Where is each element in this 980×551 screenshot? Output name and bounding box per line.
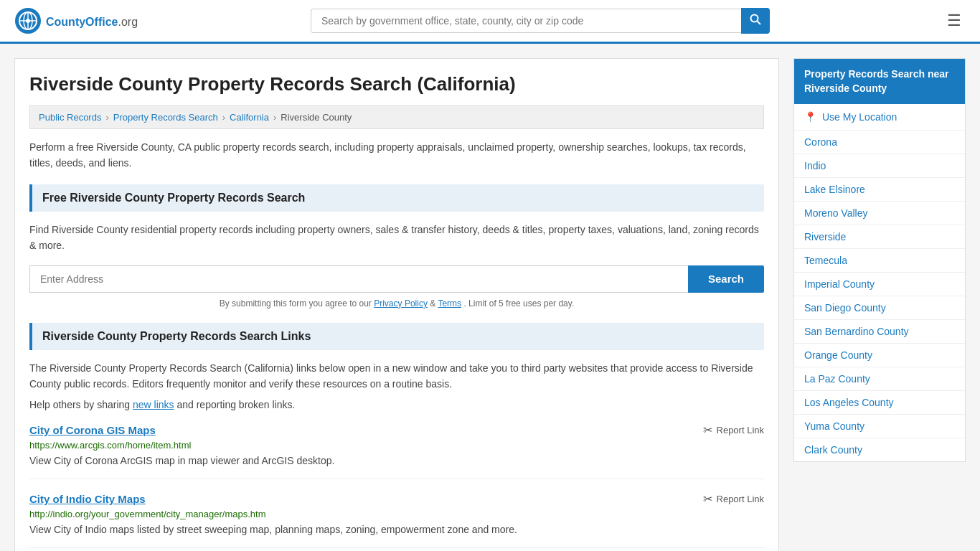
svg-point-5 [26,19,30,23]
report-link-button-0[interactable]: ✂ Report Link [703,423,764,437]
sidebar-box: Property Records Search near Riverside C… [793,58,966,462]
header: CountyOffice.org ☰ [0,0,980,44]
sidebar-link-yuma-county[interactable]: Yuma County [794,415,965,438]
breadcrumb-public-records[interactable]: Public Records [39,112,101,123]
sidebar-link-clark-county[interactable]: Clark County [794,438,965,461]
page-description: Perform a free Riverside County, CA publ… [29,139,764,171]
address-search-row: Search [29,265,764,293]
logo-icon [14,7,42,34]
page-title: Riverside County Property Records Search… [29,73,764,95]
svg-line-7 [758,22,761,25]
main-content: Riverside County Property Records Search… [14,58,779,551]
logo-area: CountyOffice.org [14,7,138,34]
address-search-button[interactable]: Search [688,265,764,293]
sidebar-link-temecula[interactable]: Temecula [794,249,965,273]
logo-text: CountyOffice.org [46,13,138,29]
link-item-corona-gis: City of Corona GIS Maps ✂ Report Link ht… [29,423,764,479]
breadcrumb-california[interactable]: California [230,112,269,123]
main-container: Riverside County Property Records Search… [0,44,980,551]
link-title-corona-gis[interactable]: City of Corona GIS Maps [29,424,156,436]
report-icon-1: ✂ [703,492,712,506]
free-search-section-header: Free Riverside County Property Records S… [29,184,764,212]
breadcrumb: Public Records › Property Records Search… [29,105,764,129]
sidebar-link-indio[interactable]: Indio [794,154,965,178]
share-line: Help others by sharing new links and rep… [29,399,764,410]
link-desc-0: View City of Corona ArcGIS map in map vi… [29,453,764,468]
sidebar-link-imperial-county[interactable]: Imperial County [794,273,965,296]
breadcrumb-property-records-search[interactable]: Property Records Search [113,112,218,123]
link-url-1: http://indio.org/your_government/city_ma… [29,509,764,519]
hamburger-menu-button[interactable]: ☰ [943,7,966,34]
privacy-policy-link[interactable]: Privacy Policy [374,298,428,309]
sidebar-link-corona[interactable]: Corona [794,131,965,154]
sidebar-link-san-bernardino-county[interactable]: San Bernardino County [794,320,965,344]
new-links-link[interactable]: new links [133,399,174,410]
sidebar-link-orange-county[interactable]: Orange County [794,344,965,367]
report-icon-0: ✂ [703,423,712,437]
sidebar-link-lake-elsinore[interactable]: Lake Elsinore [794,178,965,202]
header-search-bar [311,8,770,34]
terms-link[interactable]: Terms [438,298,461,309]
report-link-button-1[interactable]: ✂ Report Link [703,492,764,506]
links-section-header: Riverside County Property Records Search… [29,323,764,350]
location-pin-icon: 📍 [804,111,816,123]
sidebar: Property Records Search near Riverside C… [793,58,966,551]
link-desc-1: View City of Indio maps listed by street… [29,522,764,537]
sidebar-link-la-paz-county[interactable]: La Paz County [794,367,965,391]
form-disclaimer: By submitting this form you agree to our… [29,298,764,309]
header-search-button[interactable] [741,8,770,34]
find-description: Find Riverside County residential proper… [29,222,764,254]
sidebar-title: Property Records Search near Riverside C… [794,59,965,104]
sidebar-link-moreno-valley[interactable]: Moreno Valley [794,202,965,225]
header-search-input[interactable] [311,9,741,33]
sidebar-link-los-angeles-county[interactable]: Los Angeles County [794,391,965,415]
svg-point-6 [751,15,758,22]
links-description: The Riverside County Property Records Se… [29,360,764,392]
link-url-0: https://www.arcgis.com/home/item.html [29,440,764,451]
link-item-indio-maps: City of Indio City Maps ✂ Report Link ht… [29,492,764,548]
link-title-indio-maps[interactable]: City of Indio City Maps [29,493,146,505]
address-input[interactable] [29,265,688,293]
sidebar-link-riverside[interactable]: Riverside [794,225,965,249]
breadcrumb-riverside-county: Riverside County [281,112,352,123]
use-my-location-button[interactable]: 📍 Use My Location [794,104,965,131]
sidebar-link-san-diego-county[interactable]: San Diego County [794,296,965,320]
